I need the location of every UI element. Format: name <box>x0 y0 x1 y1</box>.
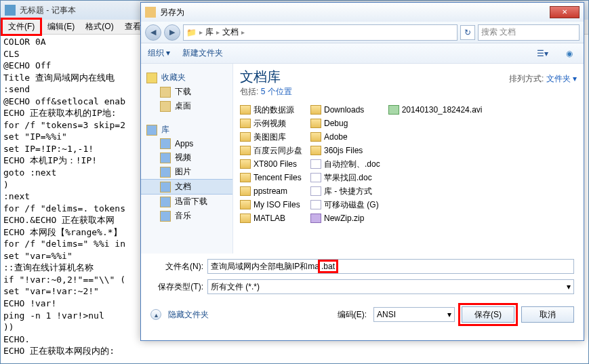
close-icon[interactable]: ✕ <box>550 6 580 18</box>
file-item[interactable]: My ISO Files <box>240 198 302 211</box>
file-item[interactable]: 示例视频 <box>240 117 302 130</box>
toolbar: 组织 ▾ 新建文件夹 ☰▾ ◉ <box>141 43 584 64</box>
bc-seg-documents[interactable]: 文档 <box>222 26 239 38</box>
sidebar-item-videos[interactable]: 视频 <box>141 150 232 165</box>
folder-icon <box>240 105 251 115</box>
file-item[interactable]: 自动控制、.doc <box>310 157 380 171</box>
library-icon <box>160 138 171 149</box>
sidebar-item-desktop[interactable]: 桌面 <box>141 99 232 113</box>
file-item[interactable]: 我的数据源 <box>240 103 302 117</box>
encoding-select[interactable]: ANSI▾ <box>373 307 455 322</box>
folder-icon <box>240 146 251 155</box>
file-item[interactable]: XT800 Files <box>240 157 302 171</box>
library-icon <box>160 197 171 207</box>
chevron-up-icon[interactable]: ▴ <box>150 309 161 320</box>
zip-icon <box>310 214 321 223</box>
chevron-right-icon: ▸ <box>216 28 220 36</box>
file-item[interactable]: Downloads <box>310 103 380 117</box>
file-item[interactable]: Adobe <box>310 130 380 144</box>
saveas-icon <box>145 7 156 18</box>
library-icon <box>160 182 171 193</box>
file-icon <box>310 173 321 182</box>
sidebar-item-documents[interactable]: 文档 <box>141 179 232 195</box>
folder-icon <box>240 214 251 223</box>
file-item[interactable]: 360js Files <box>310 144 380 157</box>
folder-icon <box>240 200 251 209</box>
sidebar-item-downloads[interactable]: 下载 <box>141 85 232 99</box>
save-button[interactable]: 保存(S) <box>462 306 514 323</box>
file-item[interactable]: MATLAB <box>240 211 302 225</box>
file-item[interactable]: NewZip.zip <box>310 211 380 225</box>
file-item[interactable]: 百度云同步盘 <box>240 144 302 157</box>
dialog-title-text: 另存为 <box>160 7 550 18</box>
library-icon <box>160 153 171 163</box>
hide-folders-link[interactable]: 隐藏文件夹 <box>168 309 209 321</box>
sort-label: 排列方式: <box>509 74 544 83</box>
file-icon <box>310 200 321 209</box>
notepad-title-text: 无标题 - 记事本 <box>20 5 76 16</box>
file-item[interactable]: 库 - 快捷方式 <box>310 184 380 198</box>
view-options-icon[interactable]: ☰▾ <box>535 47 550 60</box>
dialog-titlebar[interactable]: 另存为 ✕ <box>141 3 584 22</box>
dialog-bottom-bar: ▴ 隐藏文件夹 编码(E): ANSI▾ 保存(S) 取消 <box>141 302 584 331</box>
file-icon <box>310 159 321 169</box>
folder-icon <box>310 119 321 128</box>
bc-seg-library[interactable]: 库 <box>205 26 214 38</box>
filename-ext-highlight: .bat <box>318 260 338 273</box>
filetype-select[interactable]: 所有文件 (*.*)▾ <box>207 279 574 294</box>
folder-icon <box>240 132 251 142</box>
sidebar-item-xunlei[interactable]: 迅雷下载 <box>141 195 232 209</box>
file-item[interactable]: 可移动磁盘 (G) <box>310 198 380 211</box>
chevron-down-icon: ▾ <box>567 282 571 291</box>
menu-format[interactable]: 格式(O) <box>80 20 119 34</box>
search-input[interactable]: 搜索 文档 <box>478 24 580 41</box>
search-placeholder: 搜索 文档 <box>481 26 516 38</box>
file-item[interactable]: 20140130_182424.avi <box>388 103 483 117</box>
cancel-button[interactable]: 取消 <box>521 306 574 323</box>
organize-button[interactable]: 组织 ▾ <box>148 47 170 59</box>
back-button[interactable]: ◀ <box>145 24 161 41</box>
folder-icon <box>160 87 171 98</box>
folder-icon <box>240 173 251 182</box>
file-item[interactable]: ppstream <box>240 184 302 198</box>
folder-icon <box>160 101 171 112</box>
include-label: 包括: <box>240 87 258 96</box>
menu-edit[interactable]: 编辑(E) <box>42 20 80 34</box>
window-buttons: ✕ <box>550 6 580 18</box>
sidebar-item-pictures[interactable]: 图片 <box>141 165 232 179</box>
newfolder-button[interactable]: 新建文件夹 <box>182 47 223 59</box>
help-icon[interactable]: ◉ <box>562 47 577 60</box>
star-icon <box>146 73 157 83</box>
file-item[interactable]: 美图图库 <box>240 130 302 144</box>
video-icon <box>388 105 399 115</box>
menu-file[interactable]: 文件(F) <box>1 18 42 36</box>
file-item[interactable]: 苹果找回.doc <box>310 171 380 184</box>
file-item[interactable]: Debug <box>310 117 380 130</box>
sidebar-item-apps[interactable]: Apps <box>141 137 232 150</box>
filename-input[interactable]: 查询局域网内全部电脑IP和ma.bat <box>207 259 574 274</box>
chevron-down-icon: ▾ <box>447 310 451 319</box>
folder-icon <box>310 132 321 142</box>
library-icon <box>146 125 157 136</box>
sort-link[interactable]: 文件夹 ▾ <box>546 74 577 83</box>
include-link[interactable]: 5 个位置 <box>261 87 292 96</box>
navigation-pane: 收藏夹 下载 桌面 库 Apps 视频 图片 文档 迅雷下载 音乐 <box>141 64 233 254</box>
saveas-dialog: 另存为 ✕ ◀ ▶ 📁 ▸ 库 ▸ 文档 ▸ ↻ 搜索 文档 组织 ▾ 新建文件… <box>140 2 584 341</box>
folder-icon <box>310 146 321 155</box>
file-grid: 我的数据源示例视频美图图库百度云同步盘XT800 FilesTencent Fi… <box>240 103 577 225</box>
sidebar-library-head[interactable]: 库 <box>141 123 232 137</box>
sidebar-item-music[interactable]: 音乐 <box>141 209 232 223</box>
sidebar-favorites-head[interactable]: 收藏夹 <box>141 70 232 85</box>
folder-icon <box>240 159 251 169</box>
breadcrumb[interactable]: 📁 ▸ 库 ▸ 文档 ▸ <box>183 24 458 41</box>
library-icon <box>160 211 171 222</box>
file-item[interactable]: Tencent Files <box>240 171 302 184</box>
nav-bar: ◀ ▶ 📁 ▸ 库 ▸ 文档 ▸ ↻ 搜索 文档 <box>141 22 584 43</box>
chevron-right-icon: ▸ <box>199 28 203 36</box>
folder-icon <box>240 186 251 196</box>
refresh-button[interactable]: ↻ <box>460 25 475 40</box>
file-list-pane: 文档库 包括: 5 个位置 排列方式: 文件夹 ▾ 我的数据源示例视频美图图库百… <box>233 64 584 254</box>
forward-button[interactable]: ▶ <box>164 24 180 41</box>
folder-icon <box>310 105 321 115</box>
filename-fields: 文件名(N): 查询局域网内全部电脑IP和ma.bat 保存类型(T): 所有文… <box>141 254 584 302</box>
